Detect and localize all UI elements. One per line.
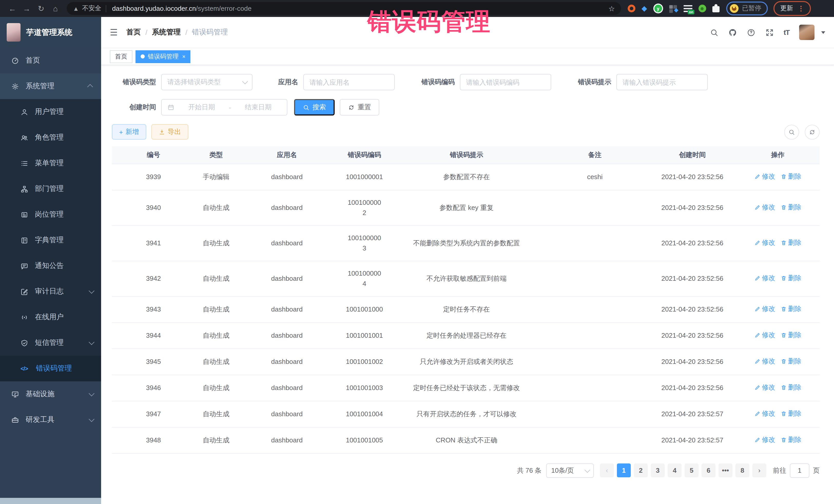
sidebar-item-岗位管理[interactable]: 岗位管理 <box>0 202 101 227</box>
cell-remark <box>541 190 649 225</box>
bookmark-star-icon[interactable]: ☆ <box>609 4 615 13</box>
extension-gem-icon[interactable]: ◆ <box>641 5 647 12</box>
back-icon[interactable]: ← <box>5 0 20 17</box>
app-name-input[interactable] <box>303 74 395 90</box>
sidebar-item-角色管理[interactable]: 角色管理 <box>0 125 101 150</box>
extension-y-icon[interactable]: y <box>653 4 663 13</box>
sidebar-item-基础设施[interactable]: 基础设施 <box>0 381 101 407</box>
tab-首页[interactable]: 首页 <box>110 50 132 63</box>
sidebar-item-系统管理[interactable]: 系统管理 <box>0 73 101 99</box>
page-button-1[interactable]: 1 <box>617 463 631 477</box>
sidebar-item-通知公告[interactable]: 通知公告 <box>0 253 101 279</box>
profile-paused-badge[interactable]: 已暂停 <box>726 2 768 15</box>
delete-link[interactable]: 删除 <box>781 330 802 340</box>
sidebar-item-首页[interactable]: 首页 <box>0 48 101 73</box>
browser-home-icon[interactable]: ⌂ <box>48 0 63 17</box>
search-button[interactable]: 搜索 <box>294 99 335 115</box>
extensions-puzzle-icon[interactable] <box>712 6 720 12</box>
edit-link[interactable]: 修改 <box>754 273 775 283</box>
edit-link[interactable]: 修改 <box>754 382 775 392</box>
extension-ring-icon[interactable] <box>628 5 635 12</box>
sidebar-item-短信管理[interactable]: 短信管理 <box>0 330 101 356</box>
sidebar-item-字典管理[interactable]: 字典管理 <box>0 227 101 253</box>
close-icon[interactable]: × <box>182 53 185 60</box>
browser-update-button[interactable]: 更新 ⋮ <box>774 1 811 16</box>
page-button-5[interactable]: 5 <box>685 463 699 477</box>
refresh-table-button[interactable] <box>805 125 820 139</box>
sidebar-item-用户管理[interactable]: 用户管理 <box>0 99 101 125</box>
edit-link[interactable]: 修改 <box>754 237 775 248</box>
delete-link[interactable]: 删除 <box>781 273 802 283</box>
cell-remark <box>541 401 649 427</box>
sidebar-scrollbar[interactable] <box>0 498 101 504</box>
page-button-8[interactable]: 8 <box>736 463 749 477</box>
cell-remark <box>541 261 649 296</box>
browser-menu-icon[interactable]: ⋮ <box>798 5 805 12</box>
extension-webcam-icon[interactable] <box>699 5 706 12</box>
sidebar-item-label: 菜单管理 <box>35 159 64 168</box>
avatar-caret-icon[interactable] <box>821 31 825 34</box>
delete-link[interactable]: 删除 <box>781 304 802 314</box>
sidebar-toggle-icon[interactable]: ☰ <box>110 27 118 38</box>
export-button[interactable]: 导出 <box>151 124 188 139</box>
error-type-select[interactable]: 请选择错误码类型 <box>161 74 253 90</box>
tab-错误码管理[interactable]: 错误码管理× <box>135 50 191 63</box>
address-bar[interactable]: ▲ 不安全 dashboard.yudao.iocoder.cn/system/… <box>67 2 621 15</box>
forward-icon[interactable]: → <box>20 0 34 17</box>
page-button-3[interactable]: 3 <box>651 463 665 477</box>
page-button-2[interactable]: 2 <box>634 463 648 477</box>
page-size-select[interactable]: 10条/页 <box>546 463 594 478</box>
extension-list-icon[interactable]: on <box>684 5 692 12</box>
header-search-icon[interactable] <box>710 28 719 37</box>
add-button[interactable]: + 新增 <box>112 124 146 139</box>
prev-page-button[interactable]: ‹ <box>600 463 614 477</box>
edit-link[interactable]: 修改 <box>754 356 775 366</box>
delete-link[interactable]: 删除 <box>781 408 802 419</box>
delete-link[interactable]: 删除 <box>781 171 802 181</box>
sidebar-item-部门管理[interactable]: 部门管理 <box>0 176 101 202</box>
edit-link[interactable]: 修改 <box>754 202 775 212</box>
edit-link[interactable]: 修改 <box>754 435 775 445</box>
breadcrumb-item[interactable]: 首页 <box>127 28 141 37</box>
fullscreen-icon[interactable] <box>765 28 774 37</box>
sidebar-item-研发工具[interactable]: 研发工具 <box>0 407 101 433</box>
breadcrumb-item[interactable]: 系统管理 <box>152 28 181 37</box>
toggle-search-button[interactable] <box>784 125 799 139</box>
cell-app: dashboard <box>237 427 337 453</box>
more-pages-icon[interactable]: ••• <box>719 463 732 477</box>
delete-link[interactable]: 删除 <box>781 435 802 445</box>
font-size-icon[interactable]: tT <box>784 28 789 37</box>
not-secure-label[interactable]: 不安全 <box>82 4 101 13</box>
edit-link[interactable]: 修改 <box>754 304 775 314</box>
error-hint-input[interactable] <box>616 74 708 90</box>
cell-created: 2021-04-20 23:52:56 <box>649 261 736 296</box>
sidebar-item-审计日志[interactable]: 审计日志 <box>0 279 101 304</box>
omnibox-divider <box>106 5 107 12</box>
page-button-4[interactable]: 4 <box>668 463 682 477</box>
sidebar-item-错误码管理[interactable]: </>错误码管理 <box>0 356 101 381</box>
goto-page-input[interactable] <box>790 463 809 478</box>
github-icon[interactable] <box>728 28 737 37</box>
delete-link[interactable]: 删除 <box>781 237 802 248</box>
delete-link[interactable]: 删除 <box>781 382 802 392</box>
next-page-button[interactable]: › <box>752 463 766 477</box>
sidebar-item-菜单管理[interactable]: 菜单管理 <box>0 150 101 176</box>
reload-icon[interactable]: ↻ <box>34 0 48 17</box>
reset-button[interactable]: 重置 <box>340 99 379 115</box>
delete-link[interactable]: 删除 <box>781 202 802 212</box>
user-avatar[interactable] <box>799 25 814 40</box>
edit-link[interactable]: 修改 <box>754 330 775 340</box>
app-logo[interactable]: 芋道管理系统 <box>0 17 101 48</box>
edit-link[interactable]: 修改 <box>754 408 775 419</box>
cell-hint: 不能删除类型为系统内置的参数配置 <box>392 225 541 261</box>
delete-link[interactable]: 删除 <box>781 356 802 366</box>
error-code-input[interactable] <box>460 74 551 90</box>
page-button-6[interactable]: 6 <box>702 463 716 477</box>
date-range-picker[interactable]: 开始日期 - 结束日期 <box>161 99 287 115</box>
edit-link[interactable]: 修改 <box>754 171 775 181</box>
extension-grid-icon[interactable]: ◆ <box>669 4 678 13</box>
table-row: 3941自动生成dashboard1001000003不能删除类型为系统内置的参… <box>112 225 820 261</box>
help-icon[interactable] <box>747 28 755 37</box>
cell-created: 2021-04-20 23:52:57 <box>649 401 736 427</box>
sidebar-item-在线用户[interactable]: 在线用户 <box>0 304 101 330</box>
